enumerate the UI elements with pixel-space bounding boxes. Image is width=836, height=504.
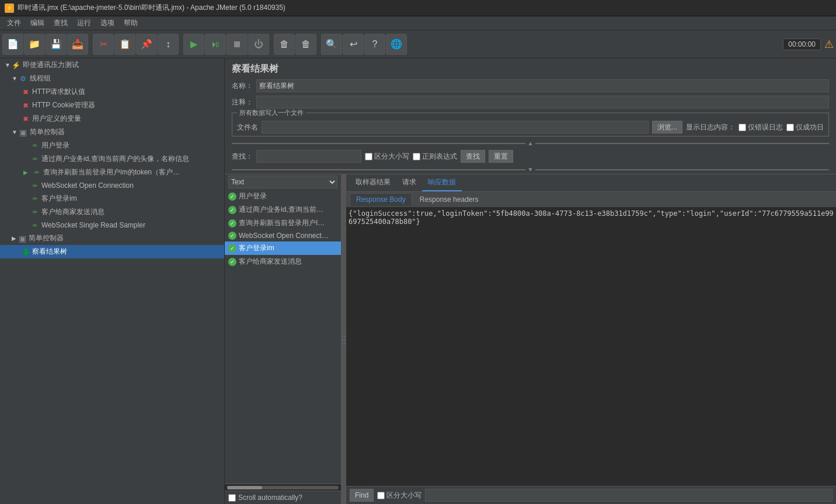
search-input[interactable] [256, 150, 361, 163]
undo-button[interactable]: ↩ [343, 34, 364, 55]
list-item-query-avatar[interactable]: ✓ 通过商户业务id,查询当前商商户... [225, 203, 341, 216]
list-panel: Text ✓ 用户登录 ✓ 通过商户业务id,查询当前商商户... ✓ [225, 174, 342, 504]
menu-run[interactable]: 运行 [72, 17, 96, 29]
save-button[interactable]: 💾 [46, 34, 67, 55]
menu-options[interactable]: 选项 [96, 17, 119, 29]
titlebar: ⚡ 即时通讯.jmx (E:\apache-jmeter-5.0\bin\即时通… [0, 0, 836, 16]
user-vars-label: 用户定义的变量 [32, 114, 81, 124]
list-item-query-token[interactable]: ✓ 查询并刷新当前登录用户Im的... [225, 216, 341, 230]
tree-item-client-login[interactable]: ✏ 客户登录im [0, 192, 224, 205]
format-select[interactable]: Text [228, 176, 337, 188]
simple-ctrl1-expand-arrow[interactable]: ▼ [12, 129, 18, 135]
case-sensitive-checkbox[interactable] [365, 153, 372, 160]
regex-label[interactable]: 正则表达式 [413, 152, 457, 162]
query-avatar-label: 通过商户业务id,查询当前商户的头像，名称信息 [41, 154, 189, 164]
scroll-thumb[interactable] [227, 486, 262, 489]
stop-button[interactable]: ⏹ [227, 34, 248, 55]
tree-item-user-login[interactable]: ✏ 用户登录 [0, 139, 224, 152]
regex-checkbox[interactable] [413, 153, 420, 160]
start-button[interactable]: ▶ [183, 34, 204, 55]
saveas-button[interactable]: 📥 [67, 34, 88, 55]
user-login-label: 用户登录 [41, 141, 69, 150]
search-button[interactable]: 🔍 [321, 34, 342, 55]
menu-help[interactable]: 帮助 [119, 17, 142, 29]
tab-response-data[interactable]: 响应数据 [422, 174, 462, 191]
root-expand-arrow[interactable]: ▼ [5, 62, 11, 68]
tree-item-http-cookie[interactable]: ✖ HTTP Cookie管理器 [0, 99, 224, 112]
only-success-checkbox[interactable] [786, 124, 794, 131]
start-nosleep-button[interactable]: ⏯ [205, 34, 226, 55]
result-tree-icon: 🌲 [21, 247, 30, 257]
ws-open-label: WebSocket Open Connection [41, 181, 134, 190]
file-input[interactable] [262, 121, 649, 134]
shutdown-button[interactable]: ⏻ [248, 34, 269, 55]
response-content-area[interactable]: {"loginSuccess":true,"loginToken":"5fb48… [346, 207, 836, 486]
expand-button[interactable]: ↕ [158, 34, 179, 55]
tree-item-ws-open[interactable]: ✏ WebSocket Open Connection [0, 179, 224, 192]
warning-icon: ⚠ [824, 38, 834, 51]
ws-read-label: WebSocket Single Read Sampler [41, 221, 145, 229]
only-error-checkbox[interactable] [739, 124, 746, 131]
menu-search[interactable]: 查找 [49, 17, 72, 29]
tree-item-client-send[interactable]: ✏ 客户给商家发送消息 [0, 205, 224, 219]
tree-item-user-vars[interactable]: ✖ 用户定义的变量 [0, 112, 224, 125]
list-item-ws-open[interactable]: ✓ WebSocket Open Connectio... [225, 230, 341, 242]
tree-item-ws-read[interactable]: ✏ WebSocket Single Read Sampler [0, 219, 224, 232]
h-splitter[interactable]: ⋮⋮⋮ [342, 174, 346, 504]
detail-panel: 取样器结果 请求 响应数据 Response Body Response hea… [346, 174, 836, 504]
copy-button[interactable]: 📋 [114, 34, 135, 55]
right-panel: 察看结果树 名称： 注释： 所有数据写入一个文件 文件名 浏览... 显示日志内… [225, 58, 836, 504]
status-icon-user-login: ✓ [228, 192, 236, 201]
case-sensitive-label[interactable]: 区分大小写 [365, 152, 409, 162]
browse-button[interactable]: 浏览... [652, 121, 682, 134]
auto-scroll-checkbox[interactable] [228, 494, 236, 502]
tree-item-query-token[interactable]: ▶ ✏ 查询并刷新当前登录用户im的token（客户端及商户端） [0, 166, 224, 179]
tab-sampler-result[interactable]: 取样器结果 [350, 174, 396, 191]
find-button[interactable]: Find [350, 489, 374, 502]
panel-title: 察看结果树 [232, 64, 278, 74]
find-input[interactable] [425, 489, 832, 502]
find-bar: Find 区分大小写 [346, 486, 836, 504]
open-button[interactable]: 📁 [24, 34, 45, 55]
find-case-sensitive-checkbox[interactable] [377, 492, 385, 499]
tree-root[interactable]: ▼ ⚡ 即使通讯压力测试 [0, 58, 224, 72]
tab-request[interactable]: 请求 [396, 174, 422, 191]
toolbar: 📄 📁 💾 📥 ✂ 📋 📌 ↕ ▶ ⏯ ⏹ ⏻ 🗑 🗑 🔍 ↩ ? 🌐 00:0… [0, 30, 836, 58]
menu-edit[interactable]: 编辑 [26, 17, 49, 29]
bottom-divider-arrow: ▼ [525, 166, 536, 173]
paste-button[interactable]: 📌 [136, 34, 157, 55]
tree-item-query-avatar[interactable]: ✏ 通过商户业务id,查询当前商户的头像，名称信息 [0, 152, 224, 166]
tree-item-result-tree[interactable]: 🌲 察看结果树 [0, 245, 224, 258]
only-success-checkbox-label[interactable]: 仅成功日 [786, 123, 824, 132]
clear-button[interactable]: 🗑 [274, 34, 295, 55]
reset-button[interactable]: 重置 [489, 150, 513, 163]
list-item-user-login[interactable]: ✓ 用户登录 [225, 190, 341, 203]
tree-item-http-default[interactable]: ✖ HTTP请求默认值 [0, 85, 224, 99]
clearall-button[interactable]: 🗑 [295, 34, 316, 55]
list-item-label: 通过商户业务id,查询当前商商户... [239, 205, 329, 215]
list-scrollbar[interactable] [225, 484, 341, 491]
list-item-client-send[interactable]: ✓ 客户给商家发送消息 [225, 255, 341, 268]
sub-tab-response-body[interactable]: Response Body [350, 193, 412, 206]
scroll-track[interactable] [227, 486, 339, 489]
sample-list: ✓ 用户登录 ✓ 通过商户业务id,查询当前商商户... ✓ 查询并刷新当前登录… [225, 190, 341, 484]
simple-ctrl2-expand-arrow[interactable]: ▶ [12, 235, 16, 242]
client-login-label: 客户登录im [41, 194, 77, 204]
name-input[interactable] [256, 79, 829, 92]
thread-expand-arrow[interactable]: ▼ [12, 75, 18, 82]
client-login-icon: ✏ [30, 194, 40, 204]
cut-button[interactable]: ✂ [93, 34, 114, 55]
comment-input[interactable] [256, 96, 829, 108]
menu-file[interactable]: 文件 [2, 17, 26, 29]
list-item-client-login[interactable]: ✓ 客户登录im [225, 242, 341, 255]
remote-button[interactable]: 🌐 [386, 34, 407, 55]
search-button[interactable]: 查找 [461, 150, 485, 163]
sub-tab-response-headers[interactable]: Response headers [413, 193, 485, 206]
tree-item-simple-ctrl-1[interactable]: ▼ ▣ 简单控制器 [0, 125, 224, 139]
help-button[interactable]: ? [364, 34, 385, 55]
find-case-sensitive-label[interactable]: 区分大小写 [377, 491, 422, 501]
new-button[interactable]: 📄 [2, 34, 23, 55]
tree-item-thread-group[interactable]: ▼ ⚙ 线程组 [0, 72, 224, 85]
only-error-checkbox-label[interactable]: 仅错误日志 [739, 123, 783, 132]
tree-item-simple-ctrl-2[interactable]: ▶ ▣ 简单控制器 [0, 232, 224, 245]
